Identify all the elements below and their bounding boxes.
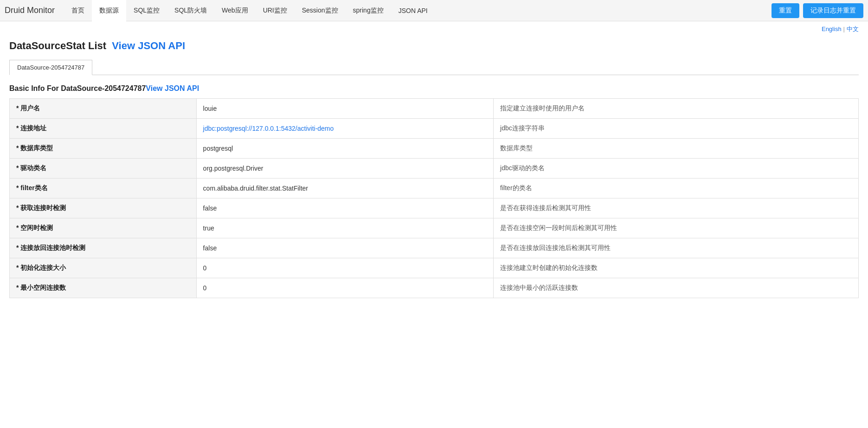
row-value: org.postgresql.Driver — [196, 159, 494, 179]
lang-bar: English|中文 — [0, 21, 868, 35]
table-row: * 驱动类名org.postgresql.Driverjdbc驱动的类名 — [10, 159, 859, 179]
page-title: DataSourceStat List View JSON API — [9, 40, 859, 52]
table-row: * 连接地址jdbc:postgresql://127.0.0.1:5432/a… — [10, 119, 859, 139]
navbar: Druid Monitor 首页 数据源 SQL监控 SQL防火墙 Web应用 … — [0, 0, 868, 21]
lang-chinese-link[interactable]: 中文 — [847, 26, 859, 32]
table-row: * 连接放回连接池时检测false是否在连接放回连接池后检测其可用性 — [10, 238, 859, 258]
row-desc: 是否在连接空闲一段时间后检测其可用性 — [494, 218, 859, 238]
page-title-text: DataSourceStat List — [9, 40, 106, 51]
row-desc: 连接池建立时创建的初始化连接数 — [494, 258, 859, 278]
row-desc: 是否在获得连接后检测其可用性 — [494, 198, 859, 218]
row-key: * 空闲时检测 — [10, 218, 197, 238]
table-row: * 用户名louie指定建立连接时使用的用户名 — [10, 99, 859, 119]
nav-buttons: 重置 记录日志并重置 — [772, 3, 863, 18]
table-row: * 初始化连接大小0连接池建立时创建的初始化连接数 — [10, 258, 859, 278]
row-value: postgresql — [196, 139, 494, 159]
page-content: DataSourceStat List View JSON API DataSo… — [0, 35, 868, 307]
row-desc: jdbc连接字符串 — [494, 119, 859, 139]
row-value: true — [196, 218, 494, 238]
table-row: * 获取连接时检测false是否在获得连接后检测其可用性 — [10, 198, 859, 218]
section-json-api-link[interactable]: View JSON API — [146, 84, 199, 92]
row-desc: filter的类名 — [494, 179, 859, 198]
row-value: false — [196, 238, 494, 258]
row-key: * 获取连接时检测 — [10, 198, 197, 218]
page-title-json-api-link[interactable]: View JSON API — [112, 40, 185, 51]
row-value: jdbc:postgresql://127.0.0.1:5432/activit… — [196, 119, 494, 139]
row-key: * 驱动类名 — [10, 159, 197, 179]
row-value: com.alibaba.druid.filter.stat.StatFilter — [196, 179, 494, 198]
nav-item-web-app[interactable]: Web应用 — [214, 0, 256, 21]
table-row: * filter类名com.alibaba.druid.filter.stat.… — [10, 179, 859, 198]
nav-item-json-api[interactable]: JSON API — [391, 0, 435, 21]
tabs: DataSource-2054724787 — [9, 59, 859, 75]
section-title-text: Basic Info For DataSource-2054724787 — [9, 84, 146, 92]
row-key: * 连接放回连接池时检测 — [10, 238, 197, 258]
lang-separator: | — [843, 26, 845, 32]
row-value: louie — [196, 99, 494, 119]
nav-item-sql-monitor[interactable]: SQL监控 — [126, 0, 167, 21]
nav-item-home[interactable]: 首页 — [64, 0, 92, 21]
info-table: * 用户名louie指定建立连接时使用的用户名* 连接地址jdbc:postgr… — [9, 98, 859, 298]
section-title: Basic Info For DataSource-2054724787View… — [9, 84, 859, 93]
table-row: * 数据库类型postgresql数据库类型 — [10, 139, 859, 159]
navbar-brand: Druid Monitor — [5, 6, 55, 15]
log-reset-button[interactable]: 记录日志并重置 — [803, 3, 863, 18]
row-key: * 最小空闲连接数 — [10, 278, 197, 298]
row-key: * 数据库类型 — [10, 139, 197, 159]
row-desc: 指定建立连接时使用的用户名 — [494, 99, 859, 119]
row-value-link[interactable]: jdbc:postgresql://127.0.0.1:5432/activit… — [203, 125, 334, 132]
row-key: * 连接地址 — [10, 119, 197, 139]
row-desc: 是否在连接放回连接池后检测其可用性 — [494, 238, 859, 258]
nav-item-uri-monitor[interactable]: URI监控 — [256, 0, 295, 21]
table-row: * 空闲时检测true是否在连接空闲一段时间后检测其可用性 — [10, 218, 859, 238]
nav-item-sql-firewall[interactable]: SQL防火墙 — [167, 0, 214, 21]
nav-item-session-monitor[interactable]: Session监控 — [295, 0, 346, 21]
row-desc: jdbc驱动的类名 — [494, 159, 859, 179]
nav-items: 首页 数据源 SQL监控 SQL防火墙 Web应用 URI监控 Session监… — [64, 0, 772, 21]
row-value: 0 — [196, 258, 494, 278]
tab-datasource[interactable]: DataSource-2054724787 — [9, 60, 92, 75]
row-key: * 初始化连接大小 — [10, 258, 197, 278]
nav-item-datasource[interactable]: 数据源 — [92, 0, 126, 21]
nav-item-spring-monitor[interactable]: spring监控 — [346, 0, 391, 21]
row-value: 0 — [196, 278, 494, 298]
row-desc: 数据库类型 — [494, 139, 859, 159]
row-desc: 连接池中最小的活跃连接数 — [494, 278, 859, 298]
row-key: * 用户名 — [10, 99, 197, 119]
table-row: * 最小空闲连接数0连接池中最小的活跃连接数 — [10, 278, 859, 298]
reset-button[interactable]: 重置 — [772, 3, 799, 18]
row-value: false — [196, 198, 494, 218]
row-key: * filter类名 — [10, 179, 197, 198]
lang-english-link[interactable]: English — [822, 26, 842, 32]
